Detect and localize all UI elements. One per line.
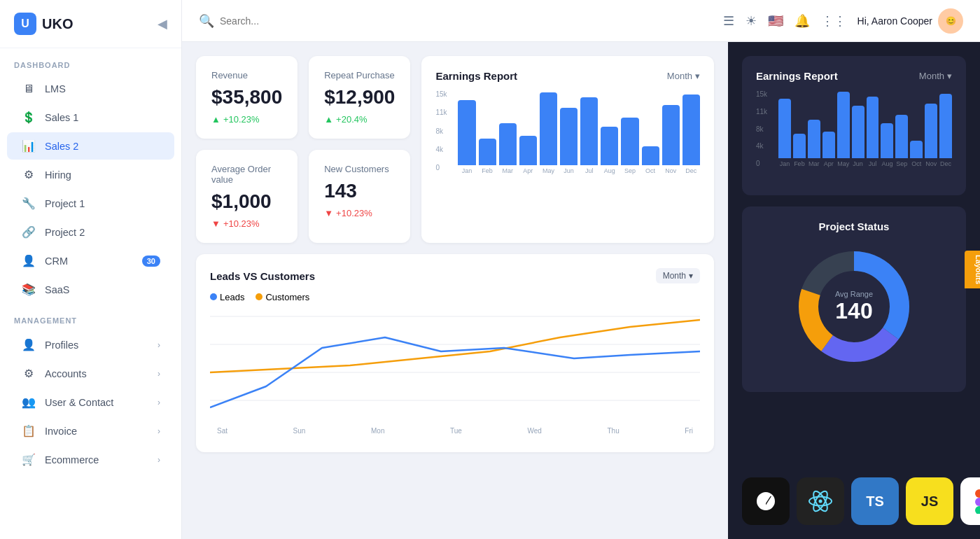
- project2-icon: 🔗: [21, 225, 36, 239]
- bar-label: Sep: [896, 160, 907, 167]
- theme-icon[interactable]: ☀: [746, 13, 757, 29]
- bar: [881, 123, 893, 158]
- arrow-icon: ›: [158, 455, 160, 465]
- sidebar-item-project2[interactable]: 🔗 Project 2: [7, 218, 174, 246]
- bar-chart-container: 15k 11k 8k 4k 0 JanFebMarAprMayJunJulAug…: [435, 90, 700, 188]
- stat-repeat-label: Repeat Purchase: [324, 70, 395, 80]
- user-name: Hi, Aaron Cooper: [858, 15, 932, 27]
- bar-group: Jul: [867, 97, 879, 167]
- accounts-icon: ⚙: [21, 367, 36, 380]
- svg-point-11: [819, 500, 822, 503]
- stat-repeat-value: $12,900: [324, 86, 395, 108]
- sidebar-item-label: Project 2: [45, 227, 85, 238]
- stat-repeat: Repeat Purchase $12,900 ▲ +20.4%: [309, 56, 410, 139]
- user-contact-icon: 👥: [21, 396, 36, 409]
- bar-label: Apr: [523, 167, 533, 174]
- leads-month-selector[interactable]: Month ▾: [656, 268, 700, 284]
- bar: [852, 106, 864, 158]
- sidebar-item-invoice[interactable]: 📋 Invoice ›: [7, 417, 174, 444]
- bar-group: Nov: [662, 105, 680, 174]
- earnings-card: Earnings Report Month ▾ 15k 11k 8k 4k 0: [421, 56, 714, 243]
- sidebar-item-label: User & Contact: [45, 397, 113, 408]
- line-chart-svg: [210, 309, 700, 421]
- stat-avg-order: Average Order value $1,000 ▼ +10.23%: [196, 150, 298, 243]
- earnings-title: Earnings Report: [435, 70, 517, 82]
- apps-grid-icon[interactable]: ⋮⋮: [821, 13, 846, 29]
- dark-y-axis: 15k 11k 8k 4k 0: [756, 90, 767, 167]
- bar-group: Apr: [822, 132, 835, 167]
- sidebar-item-crm[interactable]: 👤 CRM 30: [7, 247, 174, 274]
- stat-avg-value: $1,000: [211, 190, 282, 213]
- bar: [662, 105, 680, 165]
- sidebar-item-saas[interactable]: 📚 SaaS: [7, 276, 174, 303]
- bar-label: Jan: [462, 167, 472, 174]
- bar-group: Nov: [925, 104, 937, 167]
- avg-range-label: Avg Range: [835, 290, 873, 298]
- arrow-icon: ›: [158, 426, 160, 436]
- sidebar-item-accounts[interactable]: ⚙ Accounts ›: [7, 360, 174, 387]
- hiring-icon: ⚙: [21, 168, 36, 181]
- stat-avg-label: Average Order value: [211, 164, 282, 185]
- profiles-icon: 👤: [21, 338, 36, 351]
- chart-legend: Leads Customers: [210, 292, 700, 302]
- sidebar-item-label: Sales 2: [45, 141, 78, 152]
- bar-group: Jan: [458, 100, 475, 175]
- sidebar-item-label: Project 1: [45, 198, 85, 209]
- stat-revenue-value: $35,800: [211, 86, 282, 108]
- sidebar-item-sales1[interactable]: 💲 Sales 1: [7, 104, 174, 131]
- flag-icon[interactable]: 🇺🇸: [768, 13, 783, 29]
- search-box: 🔍: [199, 13, 715, 29]
- bar-group: Jan: [778, 99, 791, 167]
- bar: [621, 118, 638, 165]
- earnings-dark-title: Earnings Report: [756, 70, 838, 82]
- sidebar-item-project1[interactable]: 🔧 Project 1: [7, 190, 174, 217]
- bar-group: Aug: [601, 127, 618, 174]
- bar: [580, 97, 598, 165]
- leads-chart-title: Leads VS Customers: [210, 270, 315, 282]
- menu-lines-icon[interactable]: ☰: [723, 13, 734, 29]
- sidebar-item-user-contact[interactable]: 👥 User & Contact ›: [7, 388, 174, 416]
- sidebar-item-label: Profiles: [45, 340, 78, 351]
- sidebar-item-hiring[interactable]: ⚙ Hiring: [7, 161, 174, 188]
- bar-group: Mar: [499, 123, 517, 175]
- bar-group: May: [540, 92, 557, 175]
- bar-group: Sep: [895, 115, 908, 167]
- sidebar-item-lms[interactable]: 🖥 LMS: [7, 76, 174, 102]
- month-selector[interactable]: Month ▾: [667, 71, 700, 81]
- crm-badge: 30: [142, 255, 160, 267]
- bar: [642, 146, 659, 166]
- avg-range-value: 140: [835, 298, 873, 324]
- sidebar-item-label: SaaS: [45, 284, 69, 295]
- bar: [682, 94, 700, 165]
- chevron-down-icon: ▾: [689, 271, 693, 281]
- search-input[interactable]: [220, 15, 360, 27]
- notification-icon[interactable]: 🔔: [794, 13, 810, 29]
- topbar: 🔍 ☰ ☀ 🇺🇸 🔔 ⋮⋮ Hi, Aaron Cooper 😊: [182, 0, 980, 42]
- bar-label: Nov: [925, 160, 937, 167]
- sidebar-item-label: Sales 1: [45, 112, 78, 123]
- tech-stack: TS JS: [742, 477, 966, 525]
- bar-group: Aug: [881, 123, 893, 167]
- bar-group: Dec: [939, 94, 952, 167]
- sidebar-item-label: Hiring: [45, 169, 71, 181]
- ecommerce-icon: 🛒: [21, 453, 36, 466]
- stat-repeat-change: ▲ +20.4%: [324, 114, 395, 125]
- javascript-icon: JS: [906, 477, 953, 525]
- dark-month-selector[interactable]: Month ▾: [919, 71, 952, 81]
- bar-label: Mar: [503, 167, 514, 174]
- bar-group: Jul: [580, 97, 598, 174]
- donut-center: Avg Range 140: [835, 290, 873, 324]
- sidebar-item-sales2[interactable]: 📊 Sales 2: [7, 132, 174, 160]
- arrow-icon: ›: [158, 398, 160, 407]
- bar: [601, 127, 618, 165]
- layouts-tab[interactable]: Layouts: [965, 251, 980, 288]
- sidebar-item-ecommerce[interactable]: 🛒 Ecommerce ›: [7, 446, 174, 473]
- sidebar-item-profiles[interactable]: 👤 Profiles ›: [7, 331, 174, 358]
- user-profile[interactable]: Hi, Aaron Cooper 😊: [858, 8, 963, 34]
- bar-label: Dec: [685, 167, 696, 174]
- bar: [867, 97, 879, 158]
- up-arrow-icon: ▲: [324, 114, 333, 125]
- typescript-icon: TS: [851, 477, 899, 525]
- sidebar-item-label: Ecommerce: [45, 454, 99, 465]
- sidebar-collapse-button[interactable]: ◀: [158, 16, 167, 31]
